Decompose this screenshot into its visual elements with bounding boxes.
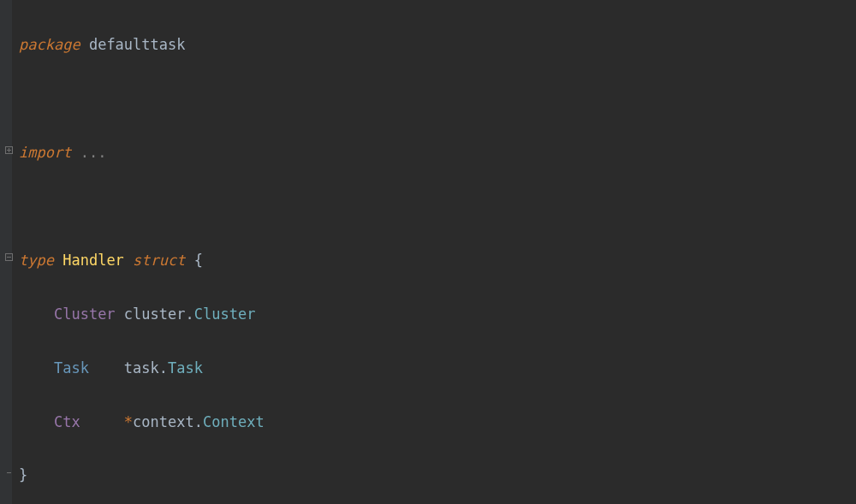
code-line-blank [19,193,856,220]
code-editor[interactable]: package defaulttask import ... type Hand… [0,5,856,504]
code-line: } [19,462,856,489]
code-line-blank [19,86,856,112]
code-line: type Handler struct { [19,247,856,274]
qualifier-pkg: cluster [124,305,186,323]
keyword-type: type [19,252,54,269]
fold-toggle-icon[interactable] [4,253,13,262]
collapsed-ellipsis[interactable]: ... [80,144,107,161]
brace-open: { [194,252,203,269]
qualifier-pkg: context [133,413,194,430]
field-name: Ctx [54,413,80,430]
type-name: Handler [62,252,124,269]
field-name: Task [54,359,89,377]
dot: . [186,305,194,323]
keyword-import: import [19,144,71,161]
dot: . [194,413,203,430]
qualifier-type: Context [203,413,265,430]
code-line: import ... [19,139,856,166]
package-name: defaulttask [89,36,186,53]
brace-close: } [19,466,27,483]
code-line: Cluster cluster.Cluster [19,301,856,328]
code-line: Ctx *context.Context [19,409,856,436]
keyword-struct: struct [133,252,185,269]
field-name: Cluster [54,305,116,323]
pointer-star: * [124,413,133,430]
qualifier-type: Cluster [194,305,256,323]
code-line: Task task.Task [19,355,856,382]
fold-end-icon[interactable] [4,468,13,477]
dot: . [159,359,168,377]
fold-toggle-icon[interactable] [4,145,13,154]
qualifier-pkg: task [124,359,159,377]
qualifier-type: Task [168,359,203,377]
keyword-package: package [19,36,80,53]
code-line: package defaulttask [19,32,856,58]
